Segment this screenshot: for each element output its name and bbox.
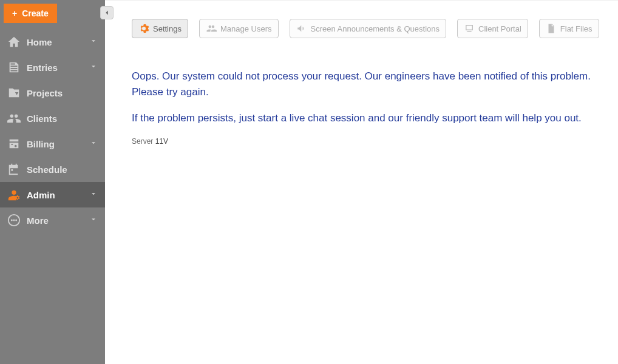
server-info: Server 11V xyxy=(132,137,607,146)
sidebar-item-label: Entries xyxy=(27,62,58,73)
create-button[interactable]: + Create xyxy=(4,4,57,23)
sidebar-collapse-button[interactable] xyxy=(100,6,114,19)
create-button-label: Create xyxy=(22,8,49,18)
chevron-down-icon xyxy=(89,62,98,73)
sidebar-item-clients[interactable]: Clients xyxy=(0,106,105,131)
tab-label: Screen Announcements & Questions xyxy=(311,24,440,33)
sidebar-item-label: Home xyxy=(27,37,52,47)
plus-icon: + xyxy=(12,9,17,18)
tab-client-portal[interactable]: Client Portal xyxy=(457,19,528,38)
schedule-icon xyxy=(7,163,21,176)
tab-label: Manage Users xyxy=(220,24,272,33)
chevron-down-icon xyxy=(89,190,98,200)
admin-icon xyxy=(7,188,21,201)
content-area: Oops. Our system could not process your … xyxy=(105,44,618,146)
error-message-1: Oops. Our system could not process your … xyxy=(132,69,607,99)
server-label: Server xyxy=(132,137,153,146)
main-content: Settings Manage Users Screen Announcemen… xyxy=(105,0,618,364)
home-icon xyxy=(7,35,21,49)
sidebar-item-label: Admin xyxy=(27,190,55,200)
tab-manage-users[interactable]: Manage Users xyxy=(199,19,279,38)
svg-point-1 xyxy=(11,220,13,221)
chevron-down-icon xyxy=(89,215,98,226)
sidebar-item-billing[interactable]: Billing xyxy=(0,131,105,157)
chevron-down-icon xyxy=(89,139,98,149)
sidebar: + Create Home Entries Projects xyxy=(0,0,105,364)
clients-icon xyxy=(7,112,21,125)
sidebar-nav: Home Entries Projects Clients xyxy=(0,29,105,233)
svg-point-2 xyxy=(13,220,15,221)
sidebar-item-more[interactable]: More xyxy=(0,207,105,233)
tab-flat-files[interactable]: Flat Files xyxy=(539,19,599,38)
tab-settings[interactable]: Settings xyxy=(132,19,188,38)
gear-icon xyxy=(138,23,149,34)
megaphone-icon xyxy=(296,23,307,34)
error-message-2: If the problem persists, just start a li… xyxy=(132,110,607,126)
more-icon xyxy=(7,214,21,227)
sidebar-item-label: Schedule xyxy=(27,164,67,175)
sidebar-item-admin[interactable]: Admin xyxy=(0,182,105,207)
sidebar-item-entries[interactable]: Entries xyxy=(0,55,105,80)
sidebar-item-label: Billing xyxy=(27,139,55,149)
sidebar-item-label: More xyxy=(27,215,49,226)
sidebar-item-label: Clients xyxy=(27,113,57,124)
sidebar-item-label: Projects xyxy=(27,88,63,98)
admin-tabs: Settings Manage Users Screen Announcemen… xyxy=(105,1,618,44)
server-value: 11V xyxy=(155,137,168,146)
sidebar-item-home[interactable]: Home xyxy=(0,29,105,55)
tab-label: Settings xyxy=(153,24,182,33)
chevron-down-icon xyxy=(89,37,98,47)
tab-announcements[interactable]: Screen Announcements & Questions xyxy=(290,19,446,38)
billing-icon xyxy=(7,137,21,150)
tab-label: Flat Files xyxy=(560,24,593,33)
file-icon xyxy=(546,23,557,34)
sidebar-item-projects[interactable]: Projects xyxy=(0,80,105,106)
tab-label: Client Portal xyxy=(478,24,521,33)
entries-icon xyxy=(7,61,21,74)
projects-icon xyxy=(7,86,21,99)
sidebar-item-schedule[interactable]: Schedule xyxy=(0,157,105,182)
svg-point-3 xyxy=(15,220,17,221)
portal-icon xyxy=(464,23,475,34)
users-icon xyxy=(206,23,217,34)
